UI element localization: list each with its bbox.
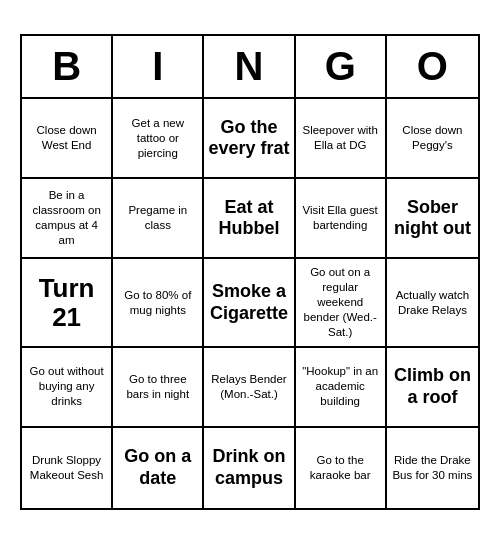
bingo-cell-5: Be in a classroom on campus at 4 am [22,179,113,259]
bingo-cell-17: Relays Bender (Mon.-Sat.) [204,348,295,428]
bingo-cell-11: Go to 80% of mug nights [113,259,204,348]
bingo-cell-16: Go to three bars in night [113,348,204,428]
bingo-cell-13: Go out on a regular weekend bender (Wed.… [296,259,387,348]
bingo-grid: Close down West EndGet a new tattoo or p… [22,99,478,508]
bingo-cell-0: Close down West End [22,99,113,179]
bingo-cell-1: Get a new tattoo or piercing [113,99,204,179]
bingo-cell-9: Sober night out [387,179,478,259]
bingo-cell-4: Close down Peggy's [387,99,478,179]
bingo-letter-g: G [296,36,387,97]
bingo-cell-6: Pregame in class [113,179,204,259]
bingo-letter-o: O [387,36,478,97]
bingo-cell-10: Turn 21 [22,259,113,348]
bingo-letter-n: N [204,36,295,97]
bingo-cell-8: Visit Ella guest bartending [296,179,387,259]
bingo-cell-7: Eat at Hubbel [204,179,295,259]
bingo-letter-i: I [113,36,204,97]
bingo-cell-18: "Hookup" in an academic building [296,348,387,428]
bingo-card: BINGO Close down West EndGet a new tatto… [20,34,480,510]
bingo-cell-3: Sleepover with Ella at DG [296,99,387,179]
bingo-cell-20: Drunk Sloppy Makeout Sesh [22,428,113,508]
bingo-cell-19: Climb on a roof [387,348,478,428]
bingo-cell-12: Smoke a Cigarette [204,259,295,348]
bingo-letter-b: B [22,36,113,97]
bingo-cell-24: Ride the Drake Bus for 30 mins [387,428,478,508]
bingo-header: BINGO [22,36,478,99]
bingo-cell-14: Actually watch Drake Relays [387,259,478,348]
bingo-cell-22: Drink on campus [204,428,295,508]
bingo-cell-15: Go out without buying any drinks [22,348,113,428]
bingo-cell-2: Go the every frat [204,99,295,179]
bingo-cell-21: Go on a date [113,428,204,508]
bingo-cell-23: Go to the karaoke bar [296,428,387,508]
